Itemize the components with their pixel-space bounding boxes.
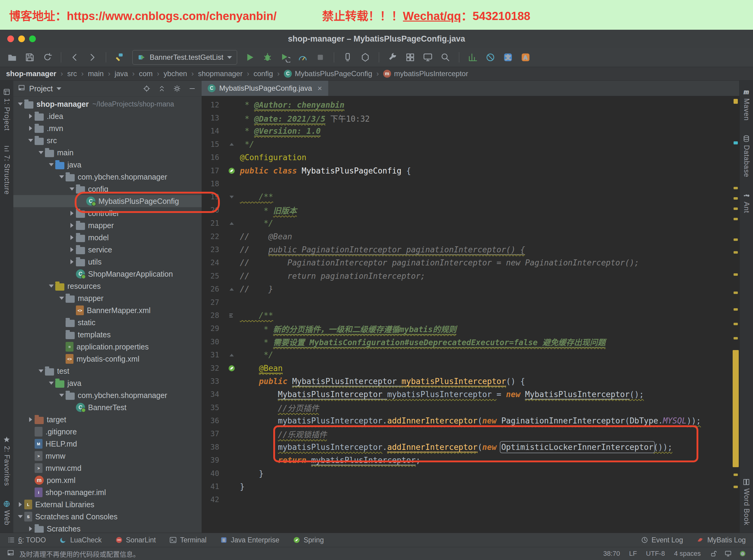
line-number[interactable]: 37 bbox=[201, 429, 224, 438]
chevron-down-icon[interactable] bbox=[47, 284, 55, 287]
tree-item-service[interactable]: service bbox=[13, 244, 201, 256]
code-line-30[interactable]: 30 * 需要设置 MybatisConfiguration#useDeprec… bbox=[201, 335, 731, 348]
line-number[interactable]: 24 bbox=[201, 258, 224, 267]
tree-item-bannermapper-xml[interactable]: <>BannerMapper.xml bbox=[13, 304, 201, 316]
breadcrumb-item-main[interactable]: main bbox=[88, 69, 103, 78]
open-icon[interactable] bbox=[5, 51, 19, 64]
code-line-37[interactable]: 37 //乐观锁插件 bbox=[201, 427, 731, 440]
debug-icon[interactable] bbox=[261, 51, 274, 64]
settings-gear-icon[interactable] bbox=[172, 83, 182, 94]
code-line-34[interactable]: 34 MybatisPlusInterceptor mybatisPlusInt… bbox=[201, 388, 731, 401]
dock-item-database[interactable]: Database bbox=[742, 135, 751, 177]
tree-item-com-ybchen-shopmanager[interactable]: com.ybchen.shopmanager bbox=[13, 389, 201, 401]
chevron-right-icon[interactable] bbox=[68, 235, 76, 240]
chevron-down-icon[interactable] bbox=[16, 515, 24, 518]
tree-item-mvnw[interactable]: >mvnw bbox=[13, 450, 201, 462]
tree-item-shopmanagerapplication[interactable]: CShopManagerApplication bbox=[13, 268, 201, 280]
tree-item-main[interactable]: main bbox=[13, 146, 201, 159]
spring-bean-gutter-icon[interactable] bbox=[228, 365, 235, 372]
tree-item-help-md[interactable]: MHELP.md bbox=[13, 438, 201, 450]
tree-item-mybatispluspageconfig[interactable]: CMybatisPlusPageConfig bbox=[13, 195, 201, 207]
line-number[interactable]: 12 bbox=[201, 101, 224, 109]
tree-item-target[interactable]: target bbox=[13, 414, 201, 426]
run-icon[interactable] bbox=[243, 51, 256, 64]
stop-icon[interactable] bbox=[314, 51, 327, 64]
tree-item-scratches-and-consoles[interactable]: SScratches and Consoles bbox=[13, 511, 201, 523]
collapse-all-icon[interactable] bbox=[157, 83, 167, 94]
highlight-level-icon[interactable] bbox=[725, 550, 732, 557]
build-hammer-icon[interactable] bbox=[113, 51, 126, 64]
chevron-right-icon[interactable] bbox=[68, 223, 76, 228]
tree-item-scratches[interactable]: Scratches bbox=[13, 523, 201, 533]
tree-item-shop-manager-iml[interactable]: ishop-manager.iml bbox=[13, 486, 201, 498]
plugins-grid-icon[interactable] bbox=[404, 51, 417, 64]
chevron-right-icon[interactable] bbox=[27, 114, 35, 119]
indent-setting[interactable]: 4 spaces bbox=[674, 550, 701, 558]
line-ending[interactable]: LF bbox=[629, 550, 637, 558]
dock-item-7-structure[interactable]: 7: Structure bbox=[3, 145, 11, 195]
code-line-19[interactable]: 19 /** bbox=[201, 191, 731, 203]
line-number[interactable]: 21 bbox=[201, 219, 224, 227]
fold-end-icon[interactable] bbox=[230, 222, 234, 225]
related-items-gutter-icon[interactable] bbox=[228, 312, 235, 319]
chevron-right-icon[interactable] bbox=[27, 526, 35, 531]
chevron-down-icon[interactable] bbox=[37, 369, 45, 373]
line-number[interactable]: 27 bbox=[201, 298, 224, 307]
line-number[interactable]: 36 bbox=[201, 417, 224, 425]
tree-item-test[interactable]: test bbox=[13, 365, 201, 377]
chevron-down-icon[interactable] bbox=[58, 394, 65, 397]
translate-alt-icon[interactable]: A bbox=[519, 51, 532, 64]
toolwindow-button-luacheck[interactable]: LuaCheck bbox=[59, 536, 102, 544]
project-view-dropdown-icon[interactable] bbox=[56, 87, 61, 90]
line-number[interactable]: 26 bbox=[201, 285, 224, 293]
breadcrumb-item-src[interactable]: src bbox=[67, 69, 77, 78]
code-line-36[interactable]: 36 mybatisPlusInterceptor.addInnerInterc… bbox=[201, 414, 731, 427]
search-everywhere-icon[interactable] bbox=[439, 51, 452, 64]
dock-item-2-favorites[interactable]: 2: Favorites bbox=[3, 436, 11, 486]
code-line-39[interactable]: 39 return mybatisPlusInterceptor; bbox=[201, 454, 731, 467]
profiler-icon[interactable] bbox=[296, 51, 309, 64]
code-line-40[interactable]: 40 } bbox=[201, 467, 731, 480]
line-number[interactable]: 25 bbox=[201, 272, 224, 280]
close-tab-icon[interactable]: × bbox=[317, 84, 322, 93]
chevron-right-icon[interactable] bbox=[27, 417, 35, 422]
line-number[interactable]: 40 bbox=[201, 469, 224, 478]
breadcrumb-item-mybatispluspageconfig[interactable]: CMybatisPlusPageConfig bbox=[284, 69, 372, 78]
breadcrumb-item-mybatisplusinterceptor[interactable]: mmybatisPlusInterceptor bbox=[383, 69, 468, 78]
toolwindow-button-6-todo[interactable]: 6: TODO bbox=[7, 536, 46, 544]
code-line-25[interactable]: 25// return paginationInterceptor; bbox=[201, 269, 731, 282]
tree-item-mybatis-config-xml[interactable]: <>mybatis-config.xml bbox=[13, 353, 201, 365]
tree-item--gitignore[interactable]: .gitignore bbox=[13, 426, 201, 438]
code-line-21[interactable]: 21 */ bbox=[201, 217, 731, 230]
code-line-32[interactable]: 32 @Bean bbox=[201, 362, 731, 375]
code-line-38[interactable]: 38 mybatisPlusInterceptor.addInnerInterc… bbox=[201, 440, 731, 454]
code-line-42[interactable]: 42 bbox=[201, 493, 731, 506]
line-number[interactable]: 18 bbox=[201, 180, 224, 188]
line-number[interactable]: 38 bbox=[201, 443, 224, 452]
code-line-12[interactable]: 12 * @Author: chenyanbin bbox=[201, 98, 731, 111]
breadcrumb-item-config[interactable]: config bbox=[253, 69, 273, 78]
toolwindow-button-mybatis-log[interactable]: MyBatis Log bbox=[696, 536, 746, 544]
run-configuration-select[interactable]: BannerTest.testGetList bbox=[132, 50, 237, 65]
breadcrumb-item-com[interactable]: com bbox=[139, 69, 152, 78]
line-number[interactable]: 33 bbox=[201, 377, 224, 385]
breadcrumb-item-shopmanager[interactable]: shopmanager bbox=[198, 69, 243, 78]
tree-item-java[interactable]: java bbox=[13, 159, 201, 171]
translate-icon[interactable]: 文 bbox=[501, 51, 515, 64]
tree-item-com-ybchen-shopmanager[interactable]: com.ybchen.shopmanager bbox=[13, 171, 201, 183]
tree-item-application-properties[interactable]: =application.properties bbox=[13, 341, 201, 353]
tree-item-bannertest[interactable]: CBannerTest bbox=[13, 401, 201, 414]
run-coverage-icon[interactable] bbox=[278, 51, 292, 64]
statistics-icon[interactable] bbox=[466, 51, 479, 64]
chevron-down-icon[interactable] bbox=[47, 382, 55, 385]
code-line-29[interactable]: 29 * 新的分页插件，一级和二级缓存遵循mybatis的规则 bbox=[201, 322, 731, 335]
code-line-17[interactable]: 17public class MybatisPlusPageConfig { bbox=[201, 164, 731, 177]
tree-item-shop-manager[interactable]: shop-manager~/IdeaProjects/shop-mana bbox=[13, 98, 201, 110]
line-number[interactable]: 29 bbox=[201, 324, 224, 333]
line-number[interactable]: 41 bbox=[201, 482, 224, 491]
toolwindow-button-terminal[interactable]: Terminal bbox=[169, 536, 207, 544]
tree-item-mvnw-cmd[interactable]: >mvnw.cmd bbox=[13, 462, 201, 474]
code-line-23[interactable]: 23// public PaginationInterceptor pagina… bbox=[201, 243, 731, 256]
toolwindow-button-event-log[interactable]: Event Log bbox=[641, 536, 683, 544]
dock-item-maven[interactable]: mMaven bbox=[742, 88, 751, 121]
